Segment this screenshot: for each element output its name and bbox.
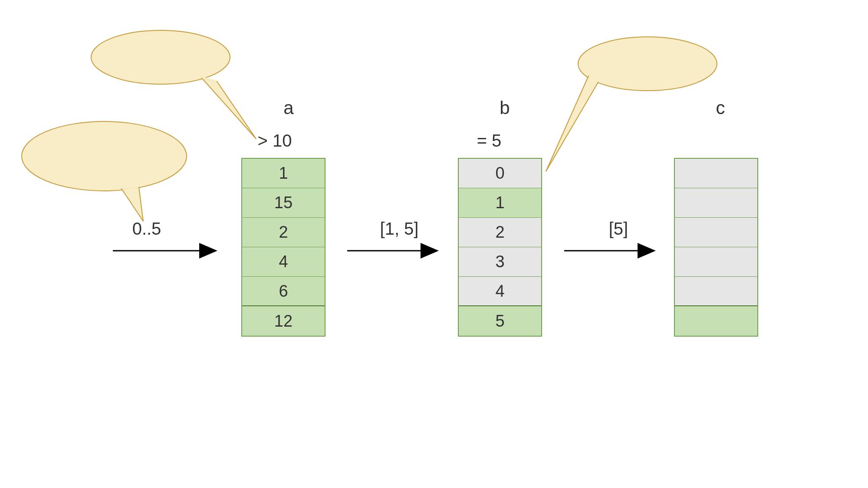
arrow-label-ab: [1, 5]	[373, 219, 425, 239]
cell	[675, 306, 757, 336]
col-b-filter: = 5	[446, 131, 533, 151]
cell: 1	[242, 159, 325, 188]
col-a-filter: > 10	[231, 131, 318, 151]
column-b: 0 1 2 3 4 5	[458, 158, 542, 337]
cell: 12	[242, 306, 325, 336]
cell: 3	[459, 247, 541, 277]
cell: 1	[459, 188, 541, 218]
cell: 5	[459, 306, 541, 336]
callout-column-filter-text: Column filter	[104, 48, 217, 66]
callout-column-filter	[91, 30, 256, 139]
diagram-canvas: a b c > 10 = 5 0..5 [1, 5] [5] 1 15 2 4 …	[0, 0, 868, 488]
cell	[675, 277, 757, 306]
cell	[675, 188, 757, 218]
callout-qualified-rows-text: Qualified row numbers	[43, 139, 165, 175]
column-a: 1 15 2 4 6 12	[241, 158, 326, 337]
cell	[675, 218, 757, 247]
col-c-header: c	[677, 98, 764, 118]
col-a-header: a	[245, 98, 332, 118]
callout-skipped-row-text: Skipped row	[595, 54, 700, 72]
arrow-label-input: 0..5	[127, 219, 166, 239]
cell: 15	[242, 188, 325, 218]
arrow-label-bc: [5]	[601, 219, 636, 239]
cell: 2	[242, 218, 325, 247]
col-b-header: b	[461, 98, 548, 118]
column-c	[674, 158, 758, 337]
cell	[675, 159, 757, 188]
cell	[675, 247, 757, 277]
cell: 0	[459, 159, 541, 188]
cell: 4	[242, 247, 325, 277]
cell: 2	[459, 218, 541, 247]
cell: 6	[242, 277, 325, 306]
cell: 4	[459, 277, 541, 306]
